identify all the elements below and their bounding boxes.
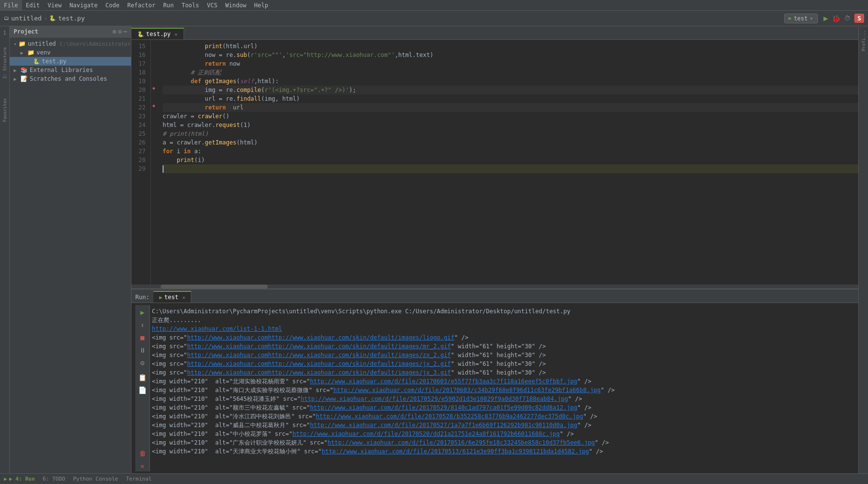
- tree-label-testpy: test.py: [42, 58, 67, 65]
- project-name[interactable]: untitled: [11, 15, 42, 22]
- panel-settings-btn[interactable]: ⚙: [118, 28, 122, 35]
- tree-item-untitled[interactable]: ▾ 📁 untitled C:\Users\Administrator\Desk…: [10, 39, 131, 48]
- profile-button[interactable]: ⏱: [844, 15, 850, 22]
- editor-bottom-container: 🐍 test.py ✕ 15 16 17 18 19 20 21 22 23: [131, 26, 858, 473]
- main-layout: 1 2: Structure Favorites Project ⊙ ⚙ — ▾…: [0, 26, 868, 473]
- gutter-20: ●: [151, 84, 157, 92]
- bottom-tabs: Run: ▶ test ✕: [131, 289, 858, 303]
- rerun-btn[interactable]: ↕: [140, 320, 145, 330]
- close-panel-btn[interactable]: ✕: [139, 461, 145, 471]
- menu-view[interactable]: View: [44, 0, 66, 10]
- gutter-19: [151, 75, 157, 84]
- panel-sync-btn[interactable]: ⊙: [112, 28, 116, 35]
- bottom-tab-run[interactable]: ▶ test ✕: [153, 291, 192, 303]
- run-label: Run:: [131, 292, 153, 303]
- output-link-jx2[interactable]: http://www.xiaohuar.comhttp://www.xiaohu…: [187, 360, 451, 367]
- line-num-21: 21: [131, 94, 148, 103]
- line-num-29: 29: [131, 164, 148, 173]
- line-num-15: 15: [131, 42, 148, 51]
- stop-btn[interactable]: ■: [139, 332, 145, 343]
- file-icon: 🐍: [49, 15, 56, 21]
- output-link-img8[interactable]: http://www.xiaohuar.com/d/file/20170516/…: [328, 439, 595, 446]
- run-button[interactable]: ▶: [824, 14, 829, 23]
- code-content[interactable]: print(html.url) now = re.sub(r'src=""','…: [157, 40, 858, 285]
- sidebar-icon-structure[interactable]: 2: Structure: [2, 37, 7, 89]
- menu-file[interactable]: File: [0, 0, 22, 10]
- code-line-21: url = re.findall(img, html): [163, 94, 858, 103]
- menu-tools[interactable]: Tools: [178, 0, 203, 10]
- output-line-8: <img src="http://www.xiaohuar.comhttp://…: [152, 368, 852, 377]
- menu-help[interactable]: Help: [250, 0, 272, 10]
- code-gutter: ● ●: [151, 40, 157, 285]
- line-num-17: 17: [131, 59, 148, 68]
- run-config-icon: ▶: [789, 15, 792, 21]
- output-link-img3[interactable]: http://www.xiaohuar.com/d/file/20170529/…: [301, 395, 568, 402]
- output-link-img9[interactable]: http://www.xiaohuar.com/d/file/20170513/…: [322, 448, 589, 455]
- output-link-mr2[interactable]: http://www.xiaohuar.comhttp://www.xiaohu…: [187, 343, 451, 350]
- tree-item-venv[interactable]: ▶ 📁 venv: [10, 48, 131, 57]
- code-line-28: print(i): [163, 156, 858, 164]
- output-link-img6[interactable]: http://www.xiaohuar.com/d/file/20170527/…: [310, 422, 577, 429]
- status-console-btn[interactable]: Python Console: [73, 476, 118, 482]
- output-link-img2[interactable]: http://www.xiaohuar.com/d/file/20170603/…: [333, 387, 601, 394]
- output-link-logo[interactable]: http://www.xiaohuar.comhttp://www.xiaohu…: [187, 334, 454, 341]
- run-icon: ▶: [159, 294, 163, 301]
- output-link-img7[interactable]: http://www.xiaohuar.com/d/file/20170520/…: [293, 430, 560, 437]
- output-line-6: <img src="http://www.xiaohuar.comhttp://…: [152, 351, 852, 359]
- gutter-29: [151, 162, 157, 171]
- tree-item-external-libraries[interactable]: ▶ 📚 External Libraries: [10, 66, 131, 74]
- output-sidebar: ▶ ↕ ■ ⏸ ⚙ 📋 📄 🗑 ✕: [135, 305, 150, 471]
- code-hscrollbar[interactable]: [131, 285, 858, 288]
- bottom-tab-close[interactable]: ✕: [182, 295, 185, 300]
- panel-collapse-btn[interactable]: —: [124, 28, 127, 35]
- breadcrumb-file[interactable]: test.py: [58, 15, 85, 22]
- s-button[interactable]: S: [854, 14, 864, 23]
- output-line-9: <img width="210" alt="北湖实验校花杨雨萱" src="ht…: [152, 377, 852, 386]
- gutter-23: [151, 110, 157, 119]
- tree-item-scratches[interactable]: ▶ 📝 Scratches and Consoles: [10, 74, 131, 83]
- line-num-24: 24: [131, 121, 148, 129]
- status-run-btn[interactable]: ▶ ▶ 4: Run: [4, 476, 35, 482]
- menu-code[interactable]: Code: [102, 0, 124, 10]
- gutter-25: [151, 127, 157, 136]
- output-link-img5[interactable]: http://www.xiaohuar.com/d/file/20170528/…: [316, 413, 583, 420]
- debug-button[interactable]: 🐞: [832, 15, 840, 22]
- menu-vcs[interactable]: VCS: [203, 0, 222, 10]
- output-text: C:\Users\Administrator\PycharmProjects\u…: [150, 305, 854, 471]
- menu-run[interactable]: Run: [159, 0, 178, 10]
- output-link-zx2[interactable]: http://www.xiaohuar.comhttp://www.xiaohu…: [187, 352, 451, 359]
- project-panel-title: Project: [14, 28, 38, 35]
- output-line-14: <img width="210" alt="威县二中校花葛秋月" src="ht…: [152, 421, 852, 430]
- output-link-img4[interactable]: http://www.xiaohuar.com/d/file/20170529/…: [310, 404, 577, 411]
- clear-btn[interactable]: 🗑: [138, 448, 147, 459]
- output-line-15: <img width="210" alt="中小校花罗落" src="http:…: [152, 430, 852, 438]
- run-config-dropdown-icon[interactable]: ▾: [810, 15, 813, 22]
- status-todo-btn[interactable]: 6: TODO: [43, 476, 65, 482]
- output-link-jx3[interactable]: http://www.xiaohuar.comhttp://www.xiaohu…: [187, 369, 451, 376]
- scroll-down-btn[interactable]: 📋: [137, 372, 148, 383]
- right-label-profile[interactable]: Profi...: [859, 28, 868, 53]
- output-link-1[interactable]: http://www.xiaohuar.com/list-1-1.html: [152, 325, 282, 332]
- log-btn[interactable]: 📄: [137, 385, 148, 395]
- run-config-selector[interactable]: ▶ test ▾: [784, 14, 818, 23]
- settings-btn[interactable]: ⚙: [139, 358, 145, 368]
- run-status-label: ▶ 4: Run: [9, 476, 35, 482]
- pause-btn[interactable]: ⏸: [138, 345, 147, 356]
- code-line-29[interactable]: [163, 164, 858, 173]
- tab-testpy[interactable]: 🐍 test.py ✕: [131, 28, 184, 39]
- sidebar-icon-1[interactable]: 1: [3, 28, 6, 37]
- menu-navigate[interactable]: Navigate: [66, 0, 102, 10]
- menu-edit[interactable]: Edit: [22, 0, 44, 10]
- status-terminal-btn[interactable]: Terminal: [126, 476, 152, 482]
- code-line-15: print(html.url): [163, 42, 858, 51]
- sidebar-icon-favorites[interactable]: Favorites: [2, 89, 7, 132]
- tree-item-testpy[interactable]: ▶ 🐍 test.py: [10, 57, 131, 66]
- menu-window[interactable]: Window: [222, 0, 250, 10]
- tree-label-ext: External Libraries: [30, 67, 93, 73]
- output-line-11: <img width="210" alt="5645校花潘玉婷" src="ht…: [152, 394, 852, 403]
- tab-close-btn[interactable]: ✕: [175, 32, 178, 37]
- menu-refactor[interactable]: Refactor: [123, 0, 159, 10]
- code-line-17: return now: [163, 59, 858, 68]
- run-again-btn[interactable]: ▶: [139, 307, 145, 318]
- output-link-img1[interactable]: http://www.xiaohuar.com/d/file/20170603/…: [310, 378, 577, 385]
